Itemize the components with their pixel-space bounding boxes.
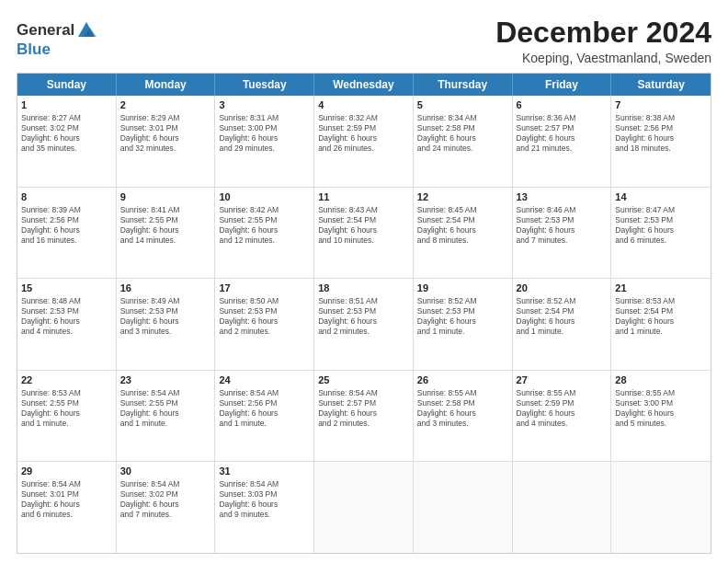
day-info: Sunrise: 8:51 AM Sunset: 2:53 PM Dayligh… <box>318 296 409 337</box>
calendar-header-day: Wednesday <box>314 74 414 96</box>
calendar-day-cell: 24Sunrise: 8:54 AM Sunset: 2:56 PM Dayli… <box>215 371 314 462</box>
day-number: 17 <box>219 282 310 295</box>
calendar-week-row: 1Sunrise: 8:27 AM Sunset: 3:02 PM Daylig… <box>17 96 711 188</box>
calendar-week-row: 8Sunrise: 8:39 AM Sunset: 2:56 PM Daylig… <box>17 188 711 280</box>
calendar-day-cell: 13Sunrise: 8:46 AM Sunset: 2:53 PM Dayli… <box>513 188 612 279</box>
calendar-day-cell: 9Sunrise: 8:41 AM Sunset: 2:55 PM Daylig… <box>117 188 216 279</box>
calendar-day-cell: 19Sunrise: 8:52 AM Sunset: 2:53 PM Dayli… <box>414 279 513 370</box>
calendar-day-cell: 3Sunrise: 8:31 AM Sunset: 3:00 PM Daylig… <box>215 96 314 187</box>
subtitle: Koeping, Vaestmanland, Sweden <box>495 51 711 65</box>
day-number: 15 <box>21 282 112 295</box>
logo-icon <box>76 20 97 40</box>
header: General Blue December 2024 Koeping, Vaes… <box>17 17 711 65</box>
calendar-day-cell: 25Sunrise: 8:54 AM Sunset: 2:57 PM Dayli… <box>314 371 414 462</box>
day-info: Sunrise: 8:48 AM Sunset: 2:53 PM Dayligh… <box>21 296 112 337</box>
calendar-day-cell: 2Sunrise: 8:29 AM Sunset: 3:01 PM Daylig… <box>117 96 216 187</box>
calendar-day-cell: 11Sunrise: 8:43 AM Sunset: 2:54 PM Dayli… <box>314 188 414 279</box>
day-number: 19 <box>417 282 508 295</box>
day-info: Sunrise: 8:45 AM Sunset: 2:54 PM Dayligh… <box>417 205 508 246</box>
day-info: Sunrise: 8:53 AM Sunset: 2:54 PM Dayligh… <box>615 296 707 337</box>
day-number: 16 <box>120 282 211 295</box>
day-info: Sunrise: 8:36 AM Sunset: 2:57 PM Dayligh… <box>517 113 608 154</box>
day-info: Sunrise: 8:29 AM Sunset: 3:01 PM Dayligh… <box>120 113 211 154</box>
day-info: Sunrise: 8:54 AM Sunset: 2:55 PM Dayligh… <box>120 388 211 429</box>
calendar-day-cell: 12Sunrise: 8:45 AM Sunset: 2:54 PM Dayli… <box>414 188 513 279</box>
day-number: 8 <box>21 190 112 204</box>
calendar-day-cell <box>414 462 513 553</box>
day-info: Sunrise: 8:39 AM Sunset: 2:56 PM Dayligh… <box>21 205 112 246</box>
day-number: 24 <box>219 373 310 387</box>
day-number: 27 <box>517 373 608 387</box>
calendar-day-cell: 31Sunrise: 8:54 AM Sunset: 3:03 PM Dayli… <box>215 462 314 553</box>
day-info: Sunrise: 8:53 AM Sunset: 2:55 PM Dayligh… <box>21 388 112 429</box>
day-number: 2 <box>120 98 211 112</box>
day-number: 28 <box>615 373 707 387</box>
calendar-day-cell: 27Sunrise: 8:55 AM Sunset: 2:59 PM Dayli… <box>513 371 612 462</box>
day-info: Sunrise: 8:31 AM Sunset: 3:00 PM Dayligh… <box>219 113 310 154</box>
day-number: 7 <box>615 98 707 112</box>
calendar-header-day: Saturday <box>611 74 711 96</box>
day-info: Sunrise: 8:27 AM Sunset: 3:02 PM Dayligh… <box>21 113 112 154</box>
day-info: Sunrise: 8:34 AM Sunset: 2:58 PM Dayligh… <box>417 113 508 154</box>
title-block: December 2024 Koeping, Vaestmanland, Swe… <box>495 17 711 65</box>
page: General Blue December 2024 Koeping, Vaes… <box>0 0 728 563</box>
day-info: Sunrise: 8:41 AM Sunset: 2:55 PM Dayligh… <box>120 205 211 246</box>
day-info: Sunrise: 8:43 AM Sunset: 2:54 PM Dayligh… <box>318 205 409 246</box>
calendar-day-cell: 4Sunrise: 8:32 AM Sunset: 2:59 PM Daylig… <box>314 96 414 187</box>
calendar: SundayMondayTuesdayWednesdayThursdayFrid… <box>17 73 711 554</box>
calendar-header-day: Friday <box>513 74 612 96</box>
day-number: 11 <box>318 190 409 204</box>
calendar-week-row: 22Sunrise: 8:53 AM Sunset: 2:55 PM Dayli… <box>17 371 711 463</box>
day-number: 25 <box>318 373 409 387</box>
logo-blue-text: Blue <box>17 40 51 59</box>
day-info: Sunrise: 8:38 AM Sunset: 2:56 PM Dayligh… <box>615 113 707 154</box>
day-info: Sunrise: 8:52 AM Sunset: 2:53 PM Dayligh… <box>417 296 508 337</box>
day-info: Sunrise: 8:32 AM Sunset: 2:59 PM Dayligh… <box>318 113 409 154</box>
day-info: Sunrise: 8:46 AM Sunset: 2:53 PM Dayligh… <box>517 205 608 246</box>
calendar-day-cell: 21Sunrise: 8:53 AM Sunset: 2:54 PM Dayli… <box>611 279 711 370</box>
calendar-day-cell: 17Sunrise: 8:50 AM Sunset: 2:53 PM Dayli… <box>215 279 314 370</box>
day-number: 18 <box>318 282 409 295</box>
calendar-day-cell: 15Sunrise: 8:48 AM Sunset: 2:53 PM Dayli… <box>17 279 117 370</box>
calendar-day-cell: 26Sunrise: 8:55 AM Sunset: 2:58 PM Dayli… <box>414 371 513 462</box>
day-number: 29 <box>21 465 112 478</box>
calendar-day-cell: 16Sunrise: 8:49 AM Sunset: 2:53 PM Dayli… <box>117 279 216 370</box>
calendar-day-cell: 8Sunrise: 8:39 AM Sunset: 2:56 PM Daylig… <box>17 188 117 279</box>
day-info: Sunrise: 8:54 AM Sunset: 3:02 PM Dayligh… <box>120 479 211 520</box>
day-number: 26 <box>417 373 508 387</box>
day-number: 14 <box>615 190 707 204</box>
calendar-header-day: Sunday <box>17 74 117 96</box>
calendar-day-cell: 1Sunrise: 8:27 AM Sunset: 3:02 PM Daylig… <box>17 96 117 187</box>
day-number: 5 <box>417 98 508 112</box>
day-number: 3 <box>219 98 310 112</box>
day-info: Sunrise: 8:55 AM Sunset: 3:00 PM Dayligh… <box>615 388 707 429</box>
day-info: Sunrise: 8:54 AM Sunset: 2:57 PM Dayligh… <box>318 388 409 429</box>
logo: General Blue <box>17 20 97 59</box>
day-info: Sunrise: 8:42 AM Sunset: 2:55 PM Dayligh… <box>219 205 310 246</box>
day-info: Sunrise: 8:55 AM Sunset: 2:58 PM Dayligh… <box>417 388 508 429</box>
main-title: December 2024 <box>495 17 711 49</box>
day-info: Sunrise: 8:49 AM Sunset: 2:53 PM Dayligh… <box>120 296 211 337</box>
day-info: Sunrise: 8:50 AM Sunset: 2:53 PM Dayligh… <box>219 296 310 337</box>
calendar-day-cell: 30Sunrise: 8:54 AM Sunset: 3:02 PM Dayli… <box>117 462 216 553</box>
day-number: 21 <box>615 282 707 295</box>
day-info: Sunrise: 8:54 AM Sunset: 3:03 PM Dayligh… <box>219 479 310 520</box>
calendar-day-cell: 20Sunrise: 8:52 AM Sunset: 2:54 PM Dayli… <box>513 279 612 370</box>
calendar-day-cell: 23Sunrise: 8:54 AM Sunset: 2:55 PM Dayli… <box>117 371 216 462</box>
calendar-day-cell: 7Sunrise: 8:38 AM Sunset: 2:56 PM Daylig… <box>611 96 711 187</box>
day-info: Sunrise: 8:47 AM Sunset: 2:53 PM Dayligh… <box>615 205 707 246</box>
calendar-week-row: 15Sunrise: 8:48 AM Sunset: 2:53 PM Dayli… <box>17 279 711 371</box>
day-number: 20 <box>517 282 608 295</box>
day-number: 12 <box>417 190 508 204</box>
calendar-day-cell: 10Sunrise: 8:42 AM Sunset: 2:55 PM Dayli… <box>215 188 314 279</box>
calendar-header-day: Thursday <box>414 74 513 96</box>
logo-general-text: General <box>17 21 74 40</box>
calendar-day-cell <box>314 462 414 553</box>
day-number: 22 <box>21 373 112 387</box>
day-number: 9 <box>120 190 211 204</box>
calendar-day-cell: 28Sunrise: 8:55 AM Sunset: 3:00 PM Dayli… <box>611 371 711 462</box>
calendar-day-cell: 22Sunrise: 8:53 AM Sunset: 2:55 PM Dayli… <box>17 371 117 462</box>
day-number: 30 <box>120 465 211 478</box>
calendar-week-row: 29Sunrise: 8:54 AM Sunset: 3:01 PM Dayli… <box>17 462 711 553</box>
calendar-day-cell <box>513 462 612 553</box>
